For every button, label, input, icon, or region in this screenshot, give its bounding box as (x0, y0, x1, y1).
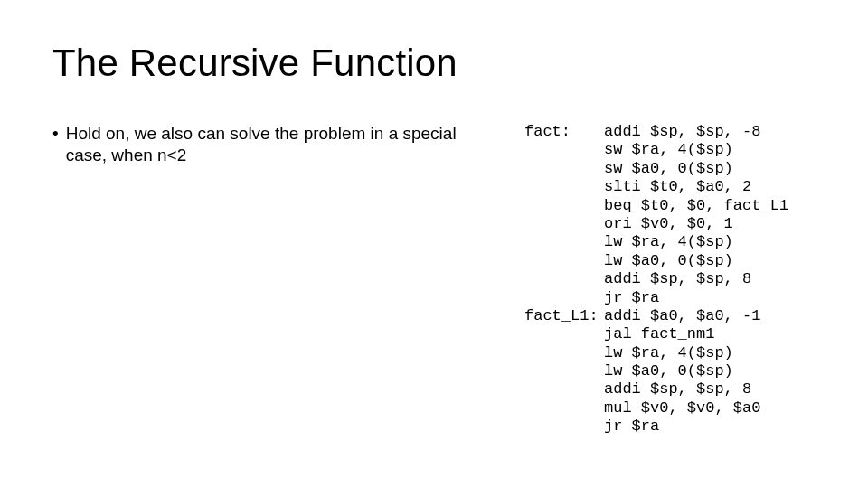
code-label (524, 325, 604, 343)
code-instruction: lw $ra, 4($sp) (604, 344, 733, 362)
code-label (524, 289, 604, 307)
code-instruction: sw $a0, 0($sp) (604, 160, 733, 178)
code-line: lw $a0, 0($sp) (524, 252, 788, 270)
code-label (524, 362, 604, 380)
code-line: ori $v0, $0, 1 (524, 215, 788, 233)
code-label (524, 399, 604, 418)
slide-title: The Recursive Function (52, 42, 458, 85)
code-instruction: lw $a0, 0($sp) (604, 252, 733, 270)
code-label (524, 344, 604, 362)
code-label (524, 160, 604, 178)
code-instruction: jal fact_nm1 (604, 325, 714, 343)
code-label (524, 197, 604, 215)
bullet-block: • Hold on, we also can solve the problem… (52, 123, 477, 166)
code-label (524, 233, 604, 251)
code-instruction: addi $a0, $a0, -1 (604, 307, 760, 325)
code-instruction: addi $sp, $sp, -8 (604, 123, 760, 141)
code-instruction: sw $ra, 4($sp) (604, 141, 733, 159)
code-line: fact_L1:addi $a0, $a0, -1 (524, 307, 788, 325)
code-line: beq $t0, $0, fact_L1 (524, 197, 788, 215)
code-instruction: lw $ra, 4($sp) (604, 233, 733, 251)
code-line: jr $ra (524, 418, 788, 436)
code-label: fact_L1: (524, 307, 604, 325)
code-line: mul $v0, $v0, $a0 (524, 399, 788, 418)
code-instruction: jr $ra (604, 289, 659, 307)
code-label (524, 380, 604, 399)
code-line: sw $a0, 0($sp) (524, 160, 788, 178)
code-instruction: addi $sp, $sp, 8 (604, 380, 751, 399)
code-label (524, 252, 604, 270)
code-instruction: beq $t0, $0, fact_L1 (604, 197, 788, 215)
code-label (524, 141, 604, 159)
code-line: fact:addi $sp, $sp, -8 (524, 123, 788, 141)
slide: The Recursive Function • Hold on, we als… (0, 0, 868, 488)
code-line: addi $sp, $sp, 8 (524, 380, 788, 399)
code-instruction: addi $sp, $sp, 8 (604, 270, 751, 288)
code-line: lw $ra, 4($sp) (524, 233, 788, 251)
code-line: jr $ra (524, 289, 788, 307)
code-label: fact: (524, 123, 604, 141)
code-block: fact:addi $sp, $sp, -8sw $ra, 4($sp)sw $… (524, 123, 788, 436)
bullet-marker: • (52, 123, 59, 145)
code-instruction: ori $v0, $0, 1 (604, 215, 733, 233)
code-label (524, 215, 604, 233)
code-label (524, 270, 604, 288)
code-line: slti $t0, $a0, 2 (524, 178, 788, 196)
code-instruction: mul $v0, $v0, $a0 (604, 399, 760, 418)
code-line: lw $ra, 4($sp) (524, 344, 788, 362)
code-label (524, 178, 604, 196)
code-line: sw $ra, 4($sp) (524, 141, 788, 159)
code-label (524, 418, 604, 436)
bullet-text: Hold on, we also can solve the problem i… (66, 123, 477, 166)
code-line: addi $sp, $sp, 8 (524, 270, 788, 288)
code-line: lw $a0, 0($sp) (524, 362, 788, 380)
code-instruction: jr $ra (604, 418, 659, 436)
code-instruction: slti $t0, $a0, 2 (604, 178, 751, 196)
bullet-item: • Hold on, we also can solve the problem… (52, 123, 477, 166)
code-line: jal fact_nm1 (524, 325, 788, 343)
code-instruction: lw $a0, 0($sp) (604, 362, 733, 380)
